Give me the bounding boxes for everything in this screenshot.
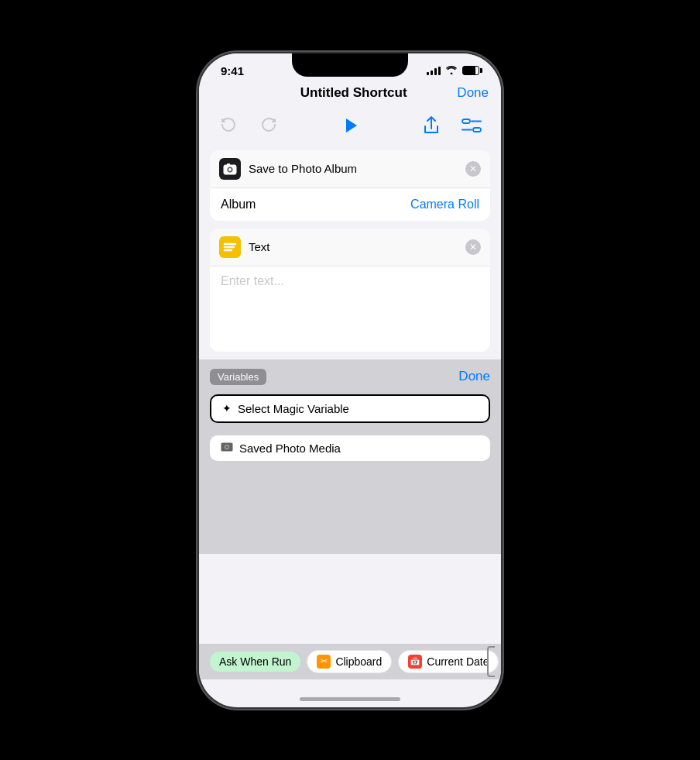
save-photo-close-button[interactable]: ✕	[465, 161, 481, 177]
variables-list: ✦ Select Magic Variable Saved Photo Medi…	[210, 394, 490, 467]
toolbar-left	[214, 112, 283, 139]
wifi-icon	[445, 65, 458, 77]
magic-variable-label: Select Magic Variable	[238, 402, 349, 415]
variables-panel: Variables Done ✦ Select Magic Variable	[199, 359, 501, 554]
clipboard-icon: ✂	[317, 655, 331, 669]
current-date-button[interactable]: 📅 Current Date	[398, 650, 499, 673]
save-photo-icon	[219, 158, 241, 180]
svg-rect-1	[462, 119, 470, 123]
text-close-button[interactable]: ✕	[465, 239, 481, 255]
ask-when-run-button[interactable]: Ask When Run	[210, 652, 300, 672]
svg-rect-7	[227, 163, 230, 166]
nav-bar: Untitled Shortcut Done	[199, 82, 501, 107]
scrollable-content: Save to Photo Album ✕ Album Camera Roll	[199, 147, 501, 707]
saved-photo-small-icon	[221, 442, 233, 455]
svg-point-8	[228, 168, 232, 171]
page-title: Untitled Shortcut	[300, 85, 407, 101]
magic-variable-item[interactable]: ✦ Select Magic Variable	[210, 394, 490, 423]
text-icon-label: Text	[219, 236, 270, 258]
battery-icon	[462, 66, 479, 75]
save-photo-icon-label: Save to Photo Album	[219, 158, 357, 180]
toolbar-right	[417, 112, 486, 139]
magic-icon: ✦	[222, 402, 232, 414]
bar4	[438, 67, 441, 75]
text-header: Text ✕	[210, 229, 490, 267]
svg-marker-0	[346, 119, 357, 132]
undo-button[interactable]	[214, 112, 242, 139]
play-button[interactable]	[336, 112, 364, 139]
album-label: Album	[221, 198, 256, 211]
variables-done-button[interactable]: Done	[458, 369, 490, 384]
album-row: Album Camera Roll	[210, 188, 490, 221]
current-date-label: Current Date	[427, 655, 489, 668]
saved-photo-variable-label: Saved Photo Media	[239, 442, 341, 455]
ask-when-run-label: Ask When Run	[219, 655, 291, 668]
saved-photo-variable-item[interactable]: Saved Photo Media	[210, 435, 490, 461]
text-area-container[interactable]: Enter text...	[210, 267, 490, 352]
clipboard-label: Clipboard	[335, 655, 382, 668]
nav-done-button[interactable]: Done	[457, 85, 489, 101]
toolbar	[199, 107, 501, 147]
home-indicator	[300, 697, 400, 701]
settings-button[interactable]	[458, 112, 486, 139]
current-date-icon: 📅	[408, 655, 422, 669]
variables-header: Variables Done	[210, 369, 490, 385]
variables-badge: Variables	[210, 369, 266, 385]
status-time: 9:41	[221, 64, 244, 77]
variables-spacer	[210, 467, 490, 545]
svg-point-14	[225, 445, 228, 449]
redo-button[interactable]	[255, 112, 283, 139]
toolbar-center	[336, 112, 364, 139]
bar3	[434, 68, 437, 75]
bar2	[431, 70, 433, 75]
battery-fill	[463, 67, 475, 74]
bar1	[427, 72, 429, 75]
status-icons	[427, 65, 479, 77]
svg-rect-2	[473, 128, 481, 132]
clipboard-button[interactable]: ✂ Clipboard	[307, 650, 392, 673]
bottom-variables-bar: Ask When Run ✂ Clipboard 📅 Current Date	[199, 644, 501, 679]
text-placeholder: Enter text...	[221, 274, 284, 287]
save-photo-name: Save to Photo Album	[249, 162, 357, 175]
album-value[interactable]: Camera Roll	[410, 198, 479, 211]
text-action-name: Text	[249, 240, 270, 253]
bracket-left	[487, 646, 495, 677]
signal-bars-icon	[427, 67, 441, 75]
save-photo-card: Save to Photo Album ✕ Album Camera Roll	[210, 150, 490, 221]
text-card: Text ✕ Enter text...	[210, 229, 490, 352]
share-button[interactable]	[417, 112, 445, 139]
text-action-icon	[219, 236, 241, 258]
save-photo-header: Save to Photo Album ✕	[210, 150, 490, 188]
bracket-hint	[487, 646, 495, 677]
